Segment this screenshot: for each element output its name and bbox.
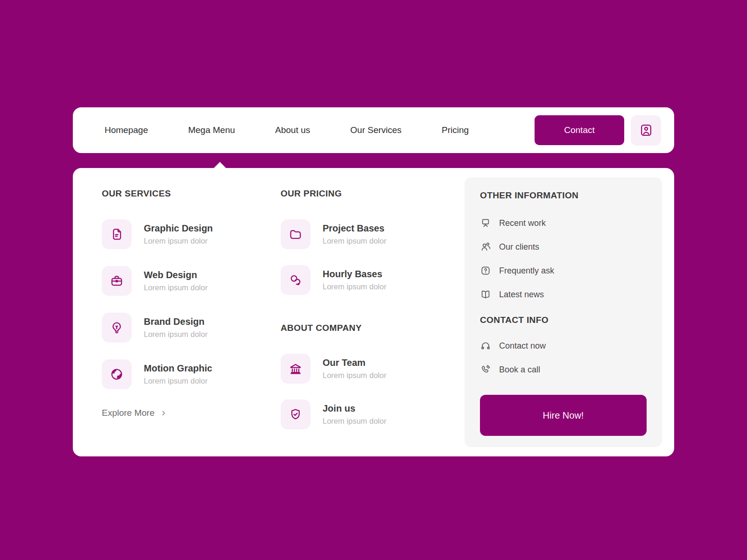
user-card-icon (639, 123, 654, 138)
explore-more-label: Explore More (102, 408, 155, 418)
menu-item-title: Join us (323, 403, 387, 414)
info-link-label: Book a call (499, 365, 540, 375)
nav-link-our-services[interactable]: Our Services (350, 125, 402, 135)
menu-item-web-design[interactable]: Web Design Lorem ipsum dolor (102, 266, 265, 296)
headphones-icon (480, 340, 491, 351)
menu-item-text: Brand Design Lorem ipsum dolor (144, 316, 208, 339)
company-section-title: ABOUT COMPANY (281, 323, 449, 333)
nav-link-mega-menu[interactable]: Mega Menu (188, 125, 235, 135)
menu-item-text: Graphic Design Lorem ipsum dolor (144, 223, 213, 245)
menu-item-title: Graphic Design (144, 223, 213, 234)
phone-ring-icon (480, 364, 491, 375)
info-link-book-a-call[interactable]: Book a call (480, 364, 647, 375)
chat-bubbles-icon (281, 265, 310, 295)
top-navbar: Homepage Mega Menu About us Our Services… (73, 107, 674, 153)
menu-pointer-arrow (213, 162, 226, 168)
menu-item-text: Motion Graphic Lorem ipsum dolor (144, 363, 212, 385)
open-book-icon (480, 289, 491, 300)
contact-info-links: Contact now Book a call (480, 340, 647, 375)
menu-item-text: Web Design Lorem ipsum dolor (144, 270, 208, 292)
file-document-icon (102, 219, 132, 249)
pricing-company-column: OUR PRICING Project Bases Lorem ipsum do… (281, 189, 449, 429)
services-column: OUR SERVICES Graphic Design Lorem ipsum … (102, 189, 265, 418)
info-link-label: Latest news (499, 290, 544, 300)
other-info-section-title: OTHER INFORMATION (480, 190, 647, 201)
nav-links: Homepage Mega Menu About us Our Services… (105, 125, 469, 135)
other-info-links: Recent work Our clients (480, 217, 647, 300)
folder-icon (281, 219, 310, 249)
info-link-contact-now[interactable]: Contact now (480, 340, 647, 351)
menu-item-motion-graphic[interactable]: Motion Graphic Lorem ipsum dolor (102, 359, 265, 389)
nav-link-about-us[interactable]: About us (275, 125, 310, 135)
explore-more-link[interactable]: Explore More (102, 408, 265, 418)
menu-item-title: Brand Design (144, 316, 208, 327)
menu-item-title: Motion Graphic (144, 363, 212, 374)
menu-item-subtitle: Lorem ipsum dolor (144, 377, 212, 385)
menu-item-subtitle: Lorem ipsum dolor (144, 237, 213, 245)
menu-item-graphic-design[interactable]: Graphic Design Lorem ipsum dolor (102, 219, 265, 249)
chevron-right-icon (160, 410, 167, 417)
page-background: Homepage Mega Menu About us Our Services… (0, 0, 747, 560)
nav-link-pricing[interactable]: Pricing (442, 125, 469, 135)
menu-item-text: Join us Lorem ipsum dolor (323, 403, 387, 426)
info-link-label: Our clients (499, 242, 539, 252)
question-box-icon (480, 265, 491, 276)
account-button[interactable] (631, 115, 661, 146)
info-link-recent-work[interactable]: Recent work (480, 217, 647, 229)
info-link-label: Contact now (499, 341, 546, 351)
menu-item-project-bases[interactable]: Project Bases Lorem ipsum dolor (281, 219, 449, 249)
company-items: Our Team Lorem ipsum dolor Join us Lorem… (281, 354, 449, 429)
menu-item-text: Hourly Bases Lorem ipsum dolor (323, 269, 387, 291)
menu-item-text: Our Team Lorem ipsum dolor (323, 357, 387, 380)
briefcase-icon (102, 266, 132, 296)
menu-item-subtitle: Lorem ipsum dolor (323, 282, 387, 291)
lightbulb-icon (102, 313, 132, 343)
info-link-our-clients[interactable]: Our clients (480, 241, 647, 252)
menu-item-subtitle: Lorem ipsum dolor (323, 371, 387, 380)
bank-building-icon (281, 354, 310, 384)
info-link-label: Recent work (499, 218, 546, 228)
info-link-label: Frequently ask (499, 266, 554, 276)
users-icon (480, 241, 491, 252)
workstation-icon (480, 217, 491, 229)
pricing-section-title: OUR PRICING (281, 189, 449, 199)
menu-item-subtitle: Lorem ipsum dolor (144, 330, 208, 339)
mega-menu-panel: OUR SERVICES Graphic Design Lorem ipsum … (73, 168, 674, 456)
menu-item-title: Project Bases (323, 223, 387, 234)
info-link-frequently-ask[interactable]: Frequently ask (480, 265, 647, 276)
info-link-latest-news[interactable]: Latest news (480, 289, 647, 300)
menu-item-subtitle: Lorem ipsum dolor (323, 237, 387, 245)
info-panel: OTHER INFORMATION Recent work (465, 177, 662, 447)
pricing-items: Project Bases Lorem ipsum dolor Hourly B… (281, 219, 449, 295)
hire-now-button[interactable]: Hire Now! (480, 395, 647, 436)
menu-item-title: Hourly Bases (323, 269, 387, 280)
menu-item-hourly-bases[interactable]: Hourly Bases Lorem ipsum dolor (281, 265, 449, 295)
menu-item-title: Our Team (323, 357, 387, 368)
menu-item-subtitle: Lorem ipsum dolor (144, 283, 208, 292)
contact-info-section-title: CONTACT INFO (480, 315, 647, 325)
menu-item-text: Project Bases Lorem ipsum dolor (323, 223, 387, 245)
nav-link-homepage[interactable]: Homepage (105, 125, 148, 135)
menu-item-join-us[interactable]: Join us Lorem ipsum dolor (281, 399, 449, 429)
contact-button[interactable]: Contact (535, 115, 624, 145)
services-items: Graphic Design Lorem ipsum dolor (102, 219, 265, 389)
globe-icon (102, 359, 132, 389)
menu-item-brand-design[interactable]: Brand Design Lorem ipsum dolor (102, 313, 265, 343)
shield-check-icon (281, 399, 310, 429)
menu-item-subtitle: Lorem ipsum dolor (323, 417, 387, 426)
menu-item-our-team[interactable]: Our Team Lorem ipsum dolor (281, 354, 449, 384)
menu-item-title: Web Design (144, 270, 208, 280)
services-section-title: OUR SERVICES (102, 189, 265, 199)
